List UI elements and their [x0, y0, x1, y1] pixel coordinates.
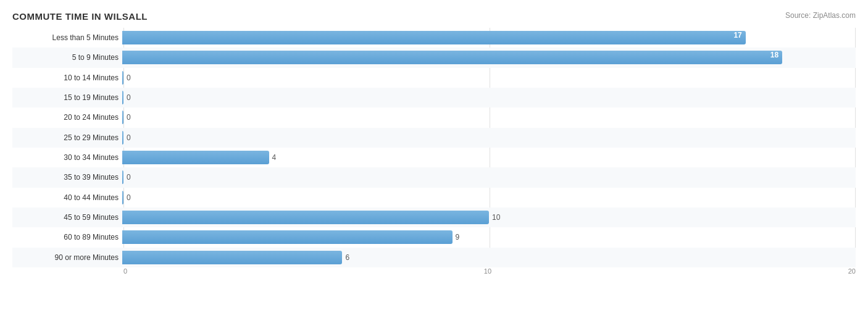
bar-label: 5 to 9 Minutes	[12, 53, 122, 62]
bar-value: 6	[345, 253, 349, 262]
bar-fill	[122, 251, 342, 264]
bar-fill	[122, 111, 123, 124]
bar-row: 5 to 9 Minutes18	[12, 48, 856, 67]
bar-track: 0	[122, 107, 856, 127]
chart-title: COMMUTE TIME IN WILSALL	[12, 11, 148, 22]
bar-row: 15 to 19 Minutes0	[12, 88, 856, 107]
bar-fill	[122, 71, 123, 85]
bar-track: 9	[122, 227, 856, 247]
bar-value: 17	[733, 31, 741, 40]
bar-value: 0	[127, 193, 131, 202]
bar-row: 45 to 59 Minutes10	[12, 208, 856, 227]
bar-row: 10 to 14 Minutes0	[12, 68, 856, 88]
bar-fill: 18	[122, 51, 782, 64]
bar-track: 0	[122, 88, 856, 107]
bar-track: 18	[122, 48, 856, 67]
bar-row: 30 to 34 Minutes4	[12, 148, 856, 167]
bar-label: 60 to 89 Minutes	[12, 233, 122, 241]
bar-label: 20 to 24 Minutes	[12, 113, 122, 122]
bar-row: 40 to 44 Minutes0	[12, 188, 856, 208]
x-tick-10: 10	[484, 267, 491, 275]
bar-row: Less than 5 Minutes17	[12, 28, 856, 48]
bar-fill	[122, 151, 269, 164]
bar-label: Less than 5 Minutes	[12, 33, 122, 42]
bar-value: 0	[127, 93, 131, 102]
bar-track: 4	[122, 148, 856, 167]
bar-track: 0	[122, 128, 856, 148]
bar-row: 35 to 39 Minutes0	[12, 167, 856, 187]
chart-source: Source: ZipAtlas.com	[785, 11, 856, 20]
chart-area: Less than 5 Minutes175 to 9 Minutes1810 …	[12, 28, 856, 281]
bar-label: 30 to 34 Minutes	[12, 153, 122, 162]
bar-value: 0	[127, 133, 131, 142]
bars-wrapper: Less than 5 Minutes175 to 9 Minutes1810 …	[12, 28, 856, 267]
bar-value: 0	[127, 173, 131, 182]
bar-label: 40 to 44 Minutes	[12, 193, 122, 202]
bar-value: 9	[456, 233, 460, 241]
bar-track: 0	[122, 68, 856, 88]
bar-track: 0	[122, 188, 856, 208]
x-axis: 0 10 20	[123, 267, 856, 281]
bar-value: 4	[272, 153, 277, 162]
bar-row: 20 to 24 Minutes0	[12, 107, 856, 127]
bar-row: 25 to 29 Minutes0	[12, 128, 856, 148]
bar-track: 0	[122, 167, 856, 187]
bar-row: 60 to 89 Minutes9	[12, 227, 856, 247]
bar-fill	[122, 191, 123, 204]
chart-container: COMMUTE TIME IN WILSALL Source: ZipAtlas…	[0, 0, 868, 323]
bar-track: 10	[122, 208, 856, 227]
bar-label: 10 to 14 Minutes	[12, 73, 122, 82]
bar-value: 0	[127, 113, 131, 122]
bar-fill	[122, 91, 123, 104]
bar-fill	[122, 131, 123, 145]
x-tick-20: 20	[848, 267, 856, 275]
bar-label: 45 to 59 Minutes	[12, 213, 122, 222]
bar-fill	[122, 230, 453, 244]
bar-label: 35 to 39 Minutes	[12, 173, 122, 182]
bar-fill	[122, 211, 489, 224]
bar-fill	[122, 170, 123, 184]
x-tick-0: 0	[123, 267, 127, 275]
bar-value: 0	[127, 73, 131, 82]
bar-track: 17	[122, 28, 856, 48]
bar-value: 10	[492, 213, 500, 222]
bar-row: 90 or more Minutes6	[12, 248, 856, 267]
bar-track: 6	[122, 248, 856, 267]
bar-label: 25 to 29 Minutes	[12, 133, 122, 142]
chart-header: COMMUTE TIME IN WILSALL Source: ZipAtlas…	[12, 11, 856, 22]
bar-fill: 17	[122, 31, 746, 44]
bar-label: 90 or more Minutes	[12, 253, 122, 262]
bar-label: 15 to 19 Minutes	[12, 93, 122, 102]
bar-value: 18	[770, 51, 778, 59]
